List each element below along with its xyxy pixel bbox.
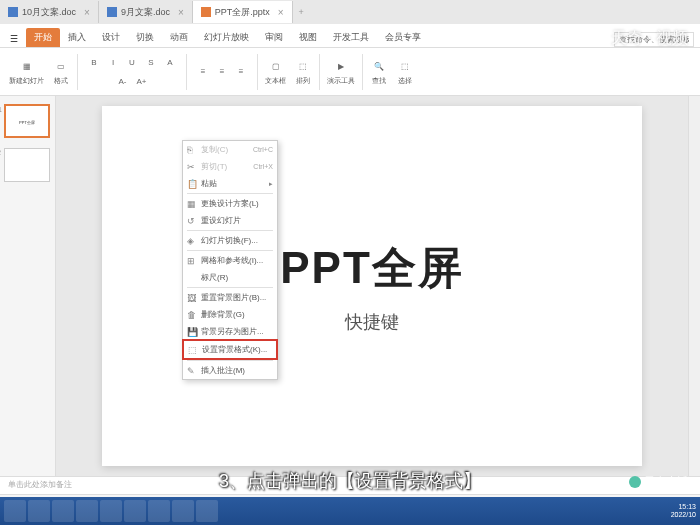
grid-icon: ⊞ bbox=[187, 256, 197, 266]
word-icon bbox=[8, 7, 18, 17]
main-area: 1PPT全屏 2 PPT全屏 快捷键 bbox=[0, 96, 700, 476]
ctx-transition[interactable]: ◈幻灯片切换(F)... bbox=[183, 232, 277, 249]
menu-slideshow[interactable]: 幻灯片放映 bbox=[196, 28, 257, 47]
align-right-button[interactable]: ≡ bbox=[232, 63, 250, 81]
task-app-7[interactable] bbox=[172, 500, 194, 522]
slide-thumbnails: 1PPT全屏 2 bbox=[0, 96, 56, 476]
ctx-grid[interactable]: ⊞网格和参考线(I)... bbox=[183, 252, 277, 269]
menu-bar: ☰ 开始 插入 设计 切换 动画 幻灯片放映 审阅 视图 开发工具 会员专享 bbox=[0, 24, 700, 48]
underline-button[interactable]: U bbox=[123, 53, 141, 71]
presentation-tools-button[interactable]: ▶演示工具 bbox=[324, 57, 358, 86]
menu-review[interactable]: 审阅 bbox=[257, 28, 291, 47]
ctx-set-bg-format[interactable]: ⬚设置背景格式(K)... bbox=[182, 339, 278, 360]
task-app-4[interactable] bbox=[100, 500, 122, 522]
italic-button[interactable]: I bbox=[104, 53, 122, 71]
ctx-ruler[interactable]: 标尺(R) bbox=[183, 269, 277, 286]
slide-canvas[interactable]: PPT全屏 快捷键 bbox=[56, 96, 688, 476]
cut-icon: ✂ bbox=[187, 162, 197, 172]
ctx-save-bg[interactable]: 💾背景另存为图片... bbox=[183, 323, 277, 340]
word-icon bbox=[107, 7, 117, 17]
font-size-minus[interactable]: A- bbox=[114, 72, 132, 90]
ctx-copy[interactable]: ⎘复制(C)Ctrl+C bbox=[183, 141, 277, 158]
slide-subtitle: 快捷键 bbox=[345, 310, 399, 334]
close-icon[interactable]: × bbox=[178, 7, 184, 18]
video-subtitle: 3、点击弹出的【设置背景格式】 bbox=[0, 469, 700, 493]
task-app-3[interactable] bbox=[76, 500, 98, 522]
ctx-delete-bg[interactable]: 🗑删除背景(G) bbox=[183, 306, 277, 323]
format-icon: ⬚ bbox=[188, 345, 198, 355]
ppt-icon bbox=[201, 7, 211, 17]
ctx-reset-slide[interactable]: ↺重设幻灯片 bbox=[183, 212, 277, 229]
font-size-plus[interactable]: A+ bbox=[133, 72, 151, 90]
chevron-right-icon: ▸ bbox=[269, 180, 273, 188]
close-icon[interactable]: × bbox=[278, 7, 284, 18]
delete-icon: 🗑 bbox=[187, 310, 197, 320]
document-tabs: 10月文案.doc× 9月文案.doc× PPT全屏.pptx× + bbox=[0, 0, 700, 24]
format-button[interactable]: ▭格式 bbox=[49, 57, 73, 86]
font-color-button[interactable]: A bbox=[161, 53, 179, 71]
task-app-6[interactable] bbox=[148, 500, 170, 522]
home-icon[interactable]: ☰ bbox=[6, 31, 22, 47]
brand-icon bbox=[629, 476, 641, 488]
thumbnail-2[interactable]: 2 bbox=[4, 148, 50, 182]
tab-doc-2[interactable]: 9月文案.doc× bbox=[99, 1, 193, 23]
select-button[interactable]: ⬚选择 bbox=[393, 57, 417, 86]
watermark: 天奇 · 视频 bbox=[611, 28, 688, 49]
task-app-5[interactable] bbox=[124, 500, 146, 522]
menu-dev[interactable]: 开发工具 bbox=[325, 28, 377, 47]
note-icon: ✎ bbox=[187, 366, 197, 376]
paste-icon: 📋 bbox=[187, 179, 197, 189]
align-center-button[interactable]: ≡ bbox=[213, 63, 231, 81]
ctx-paste[interactable]: 📋粘贴▸ bbox=[183, 175, 277, 192]
task-app-1[interactable] bbox=[28, 500, 50, 522]
ctx-insert-note[interactable]: ✎插入批注(M) bbox=[183, 362, 277, 379]
design-icon: ▦ bbox=[187, 199, 197, 209]
start-button[interactable] bbox=[4, 500, 26, 522]
strike-button[interactable]: S bbox=[142, 53, 160, 71]
ctx-cut[interactable]: ✂剪切(T)Ctrl+X bbox=[183, 158, 277, 175]
menu-transition[interactable]: 切换 bbox=[128, 28, 162, 47]
slide-title: PPT全屏 bbox=[280, 239, 464, 298]
tab-doc-1[interactable]: 10月文案.doc× bbox=[0, 1, 99, 23]
thumbnail-1[interactable]: 1PPT全屏 bbox=[4, 104, 50, 138]
scrollbar[interactable] bbox=[688, 96, 700, 476]
text-box-button[interactable]: ▢文本框 bbox=[262, 57, 289, 86]
ctx-reset-bg[interactable]: 🖼重置背景图片(B)... bbox=[183, 289, 277, 306]
windows-taskbar: 15:132022/10 bbox=[0, 497, 700, 525]
arrange-button[interactable]: ⬚排列 bbox=[291, 57, 315, 86]
menu-vip[interactable]: 会员专享 bbox=[377, 28, 429, 47]
close-icon[interactable]: × bbox=[84, 7, 90, 18]
add-tab-button[interactable]: + bbox=[293, 7, 310, 17]
menu-design[interactable]: 设计 bbox=[94, 28, 128, 47]
menu-view[interactable]: 视图 bbox=[291, 28, 325, 47]
find-button[interactable]: 🔍查找 bbox=[367, 57, 391, 86]
ribbon-toolbar: ▦新建幻灯片 ▭格式 BIUSAA-A+ ≡≡≡ ▢文本框 ⬚排列 ▶演示工具 … bbox=[0, 48, 700, 96]
menu-insert[interactable]: 插入 bbox=[60, 28, 94, 47]
brand-logo: 天奇生活 bbox=[629, 474, 688, 489]
tab-doc-3[interactable]: PPT全屏.pptx× bbox=[193, 1, 293, 23]
reset-icon: ↺ bbox=[187, 216, 197, 226]
system-tray[interactable]: 15:132022/10 bbox=[671, 503, 696, 520]
ctx-change-design[interactable]: ▦更换设计方案(L) bbox=[183, 195, 277, 212]
task-app-8[interactable] bbox=[196, 500, 218, 522]
copy-icon: ⎘ bbox=[187, 145, 197, 155]
align-left-button[interactable]: ≡ bbox=[194, 63, 212, 81]
save-icon: 💾 bbox=[187, 327, 197, 337]
bold-button[interactable]: B bbox=[85, 53, 103, 71]
menu-animation[interactable]: 动画 bbox=[162, 28, 196, 47]
new-slide-button[interactable]: ▦新建幻灯片 bbox=[6, 57, 47, 86]
context-menu: ⎘复制(C)Ctrl+C ✂剪切(T)Ctrl+X 📋粘贴▸ ▦更换设计方案(L… bbox=[182, 140, 278, 380]
transition-icon: ◈ bbox=[187, 236, 197, 246]
task-app-2[interactable] bbox=[52, 500, 74, 522]
image-icon: 🖼 bbox=[187, 293, 197, 303]
menu-start[interactable]: 开始 bbox=[26, 28, 60, 47]
